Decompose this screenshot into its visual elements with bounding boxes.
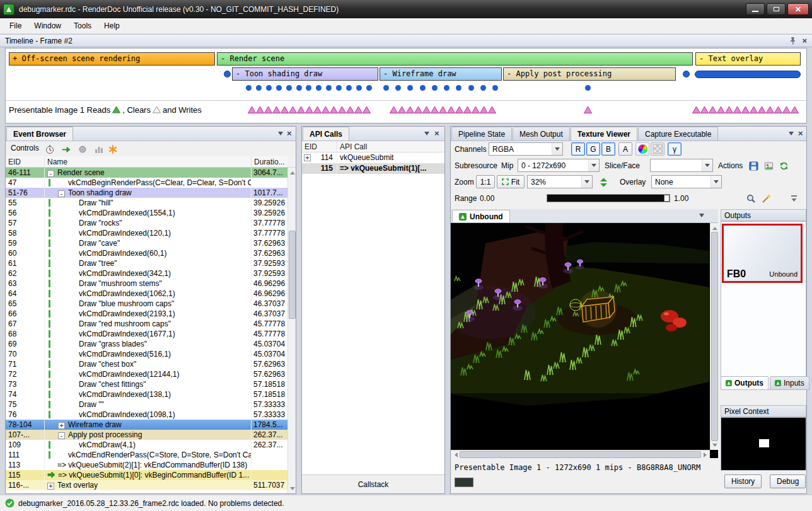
- table-row[interactable]: 46-111-Render scene3064.7...: [6, 168, 287, 178]
- marker-offscreen[interactable]: + Off-screen scene rendering: [9, 52, 215, 66]
- table-row[interactable]: 47vkCmdBeginRenderPass(C=Clear, D=Clear,…: [6, 178, 287, 188]
- open-texture-list-icon[interactable]: [762, 159, 775, 172]
- event-browser-scrollbar[interactable]: [287, 168, 296, 493]
- post-draw-dots[interactable]: [585, 84, 591, 91]
- dock-menu-icon[interactable]: [424, 132, 429, 138]
- title-bar[interactable]: debugmarker.rdc - RenderDoc Unofficial r…: [0, 0, 812, 18]
- tree-expander[interactable]: +: [58, 422, 65, 429]
- table-row[interactable]: +114vkQueueSubmit: [302, 152, 444, 163]
- draw-dot[interactable]: [383, 85, 389, 91]
- dock-close-icon[interactable]: ×: [434, 129, 439, 138]
- color-wheel-icon[interactable]: [635, 142, 649, 156]
- tab-capture-executable[interactable]: Capture Executable: [638, 127, 718, 141]
- scrollbar-thumb[interactable]: [289, 231, 296, 319]
- texture-hscrollbar[interactable]: [451, 450, 710, 458]
- pin-icon[interactable]: [789, 37, 797, 45]
- wireframe-draw-dots[interactable]: [383, 84, 498, 91]
- table-row[interactable]: 70vkCmdDrawIndexed(516,1)45.03704: [6, 349, 287, 359]
- usage-triangles-post[interactable]: [584, 106, 592, 114]
- table-row[interactable]: 74vkCmdDrawIndexed(138,1)57.18518: [6, 389, 287, 399]
- draw-dot[interactable]: [480, 85, 486, 91]
- draw-dot[interactable]: [326, 85, 332, 91]
- zoom-percent-combo[interactable]: 32%: [527, 175, 593, 188]
- table-row[interactable]: 111vkCmdEndRenderPass(C=Store, D=Store, …: [6, 450, 287, 460]
- table-row[interactable]: 115=> vkQueueSubmit(1)[0]: vkBeginComman…: [6, 470, 287, 480]
- pixel-context-view[interactable]: [721, 417, 806, 471]
- table-row[interactable]: 67Draw "red mushroom caps"45.77778: [6, 319, 287, 329]
- tab-texture-viewer[interactable]: Texture Viewer: [571, 127, 637, 141]
- tab-api-calls[interactable]: API Calls: [303, 127, 349, 141]
- scrollbar-thumb[interactable]: [460, 451, 701, 458]
- sliceface-dropdown[interactable]: [650, 159, 713, 172]
- draw-dot[interactable]: [224, 71, 231, 78]
- marker-post[interactable]: - Apply post processing: [503, 67, 676, 81]
- menu-item-file[interactable]: File: [3, 19, 28, 33]
- table-row[interactable]: 76vkCmdDrawIndexed(1098,1)57.33333: [6, 410, 287, 420]
- texture-vscrollbar[interactable]: [710, 223, 718, 450]
- bookmark-star-icon[interactable]: [107, 144, 119, 154]
- draw-dot[interactable]: [346, 85, 352, 91]
- table-row[interactable]: 73Draw "chest fittings"57.18518: [6, 379, 287, 389]
- callstack-section[interactable]: Callstack: [302, 474, 444, 493]
- draw-dot[interactable]: [306, 85, 311, 91]
- draw-dot[interactable]: [286, 85, 292, 91]
- tree-expander[interactable]: -: [47, 170, 54, 177]
- draw-dot[interactable]: [456, 85, 461, 91]
- tab-outputs[interactable]: Outputs: [721, 376, 768, 390]
- table-row[interactable]: 116-...+Text overlay511.7037: [6, 480, 287, 490]
- table-row[interactable]: 64vkCmdDrawIndexed(1062,1)46.96296: [6, 289, 287, 299]
- draw-dot[interactable]: [492, 85, 498, 91]
- tree-expander[interactable]: -: [58, 190, 65, 197]
- red-channel-button[interactable]: R: [571, 142, 585, 156]
- draw-dot[interactable]: [585, 85, 591, 91]
- table-row[interactable]: 63Draw "mushroom stems"46.96296: [6, 278, 287, 289]
- table-row[interactable]: 62vkCmdDrawIndexed(342,1)37.92593: [6, 268, 287, 278]
- draw-dot[interactable]: [407, 85, 413, 91]
- tab-mesh-output[interactable]: Mesh Output: [513, 127, 570, 141]
- tree-expander[interactable]: -: [58, 432, 65, 439]
- draw-dot[interactable]: [246, 85, 252, 91]
- minimize-button[interactable]: [746, 3, 765, 15]
- table-row[interactable]: 78-104+Wireframe draw1784.5...: [6, 420, 287, 430]
- draw-dot[interactable]: [366, 85, 372, 91]
- refresh-icon[interactable]: [777, 159, 790, 172]
- flip-y-icon[interactable]: [597, 176, 610, 188]
- draw-dot[interactable]: [296, 85, 302, 91]
- table-row[interactable]: 72vkCmdDrawIndexed(12144,1)57.62963: [6, 369, 287, 379]
- tab-pipeline-state[interactable]: Pipeline State: [451, 127, 512, 141]
- table-row[interactable]: 109vkCmdDraw(4,1)262.37...: [6, 440, 287, 450]
- zoom-1-1-button[interactable]: 1:1: [476, 175, 495, 188]
- table-row[interactable]: 60vkCmdDrawIndexed(60,1)37.62963: [6, 248, 287, 258]
- marker-toon[interactable]: - Toon shading draw: [232, 67, 378, 81]
- gamma-button[interactable]: γ: [668, 142, 682, 156]
- table-row[interactable]: 65Draw "blue mushroom caps"46.37037: [6, 299, 287, 309]
- draw-dot[interactable]: [432, 85, 438, 91]
- channels-dropdown[interactable]: RGBA: [489, 142, 563, 156]
- mip-dropdown[interactable]: 0 - 1272x690: [518, 159, 600, 172]
- green-channel-button[interactable]: G: [586, 142, 600, 156]
- fb0-thumbnail[interactable]: FB0 Unbound: [722, 224, 803, 283]
- debug-button[interactable]: Debug: [770, 474, 806, 488]
- draw-dot[interactable]: [444, 85, 450, 91]
- event-browser-header[interactable]: EID Name Duratio...: [6, 156, 296, 168]
- autofit-wand-icon[interactable]: [760, 192, 772, 205]
- scrollbar-thumb[interactable]: [711, 232, 718, 441]
- table-row[interactable]: 55Draw "hill"39.25926: [6, 198, 287, 208]
- tab-inputs[interactable]: Inputs: [770, 376, 809, 390]
- table-row[interactable]: 69Draw "grass blades"45.03704: [6, 339, 287, 349]
- api-calls-header[interactable]: EID API Call: [302, 141, 444, 152]
- table-row[interactable]: 58vkCmdDrawIndexed(120,1)37.77778: [6, 228, 287, 238]
- range-slider-thumb[interactable]: [664, 195, 670, 202]
- stats-chart-icon[interactable]: [93, 144, 105, 154]
- draw-dot[interactable]: [316, 85, 322, 91]
- usage-triangles-toon[interactable]: [248, 106, 371, 114]
- text-overlay-draw-span[interactable]: [695, 71, 801, 78]
- zoom-fit-button[interactable]: Fit: [497, 175, 525, 188]
- draw-dot[interactable]: [256, 85, 262, 91]
- draw-dot[interactable]: [420, 85, 426, 91]
- tree-expander[interactable]: +: [47, 483, 54, 490]
- toolbar-overflow-icon[interactable]: [789, 192, 799, 205]
- table-row[interactable]: 68vkCmdDrawIndexed(1677,1)45.77778: [6, 329, 287, 339]
- time-draws-icon[interactable]: [44, 144, 55, 154]
- history-button[interactable]: History: [724, 474, 762, 488]
